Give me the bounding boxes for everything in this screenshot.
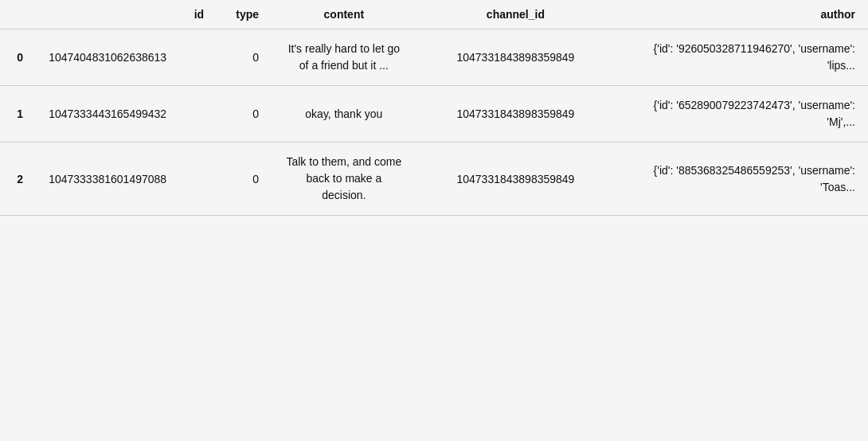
cell-author: {'id': '652890079223742473', 'username':… xyxy=(615,86,868,142)
cell-index: 1 xyxy=(0,86,36,142)
table-row: 010474048310626386130It's really hard to… xyxy=(0,29,868,86)
cell-id: 1047333381601497088 xyxy=(36,142,217,216)
header-index xyxy=(0,0,36,29)
cell-channel-id: 1047331843898359849 xyxy=(416,29,616,86)
cell-author: {'id': '926050328711946270', 'username':… xyxy=(615,29,868,86)
cell-index: 0 xyxy=(0,29,36,86)
cell-id: 1047404831062638613 xyxy=(36,29,217,86)
header-author: author xyxy=(615,0,868,29)
cell-type: 0 xyxy=(217,142,272,216)
cell-id: 1047333443165499432 xyxy=(36,86,217,142)
cell-content: Talk to them, and come back to make a de… xyxy=(272,142,416,216)
table-header-row: id type content channel_id author xyxy=(0,0,868,29)
header-id: id xyxy=(36,0,217,29)
header-type: type xyxy=(217,0,272,29)
cell-type: 0 xyxy=(217,86,272,142)
cell-content: okay, thank you xyxy=(272,86,416,142)
table-row: 210473333816014970880Talk to them, and c… xyxy=(0,142,868,216)
header-channel-id: channel_id xyxy=(416,0,616,29)
cell-author: {'id': '885368325486559253', 'username':… xyxy=(615,142,868,216)
cell-channel-id: 1047331843898359849 xyxy=(416,86,616,142)
cell-index: 2 xyxy=(0,142,36,216)
header-content: content xyxy=(272,0,416,29)
cell-channel-id: 1047331843898359849 xyxy=(416,142,616,216)
cell-type: 0 xyxy=(217,29,272,86)
cell-content: It's really hard to let go of a friend b… xyxy=(272,29,416,86)
data-table: id type content channel_id author 010474… xyxy=(0,0,868,216)
table-row: 110473334431654994320okay, thank you1047… xyxy=(0,86,868,142)
